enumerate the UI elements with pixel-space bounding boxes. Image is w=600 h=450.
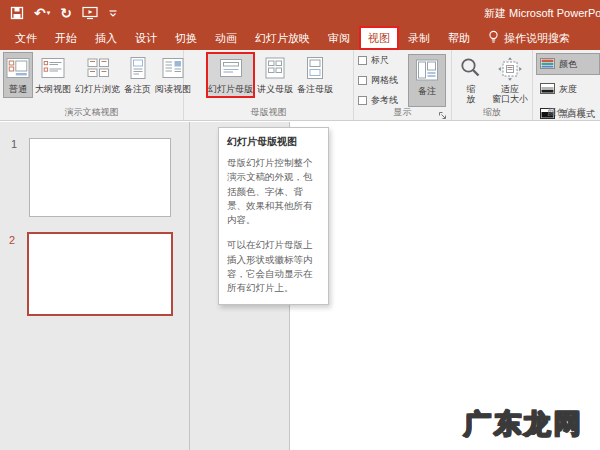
tab-view[interactable]: 视图 xyxy=(359,26,399,50)
slide-master-button[interactable]: 幻灯片母版 xyxy=(206,52,255,98)
tab-file[interactable]: 文件 xyxy=(6,26,46,50)
tab-home[interactable]: 开始 xyxy=(46,26,86,50)
button-label: 大纲视图 xyxy=(35,83,71,96)
customize-qat-icon[interactable] xyxy=(108,4,118,22)
grayscale-icon xyxy=(540,80,555,98)
group-zoom: 缩放 适应窗口大小 缩放 xyxy=(452,50,533,120)
slide-number: 2 xyxy=(9,234,15,246)
tooltip-paragraph: 母版幻灯片控制整个演示文稿的外观，包括颜色、字体、背景、效果和其他所有内容。 xyxy=(227,156,320,227)
tab-help[interactable]: 帮助 xyxy=(439,26,479,50)
group-show: 标尺 网格线 参考线 备注 显示 xyxy=(354,50,452,120)
group-label: 颜色/灰度 xyxy=(533,106,600,119)
outline-view-button[interactable]: 大纲视图 xyxy=(33,52,73,98)
notes-button[interactable]: 备注 xyxy=(408,54,446,107)
color-icon xyxy=(540,55,555,73)
group-label: 缩放 xyxy=(452,106,532,119)
save-icon[interactable] xyxy=(10,4,24,22)
reading-view-icon xyxy=(160,55,186,81)
watermark: 广东龙网 xyxy=(464,406,584,442)
slide-master-tooltip: 幻灯片母版视图 母版幻灯片控制整个演示文稿的外观，包括颜色、字体、背景、效果和其… xyxy=(218,127,329,305)
slide-thumbnail-1[interactable] xyxy=(29,138,171,217)
button-label: 备注母版 xyxy=(297,83,333,96)
button-label: 讲义母版 xyxy=(257,83,293,96)
slide-thumbnail-2[interactable] xyxy=(27,232,173,316)
tooltip-title: 幻灯片母版视图 xyxy=(227,135,320,149)
undo-icon[interactable]: ↶▾ xyxy=(34,4,50,22)
fit-to-window-icon xyxy=(497,56,523,82)
color-button[interactable]: 颜色 xyxy=(536,53,600,75)
lightbulb-icon xyxy=(488,30,499,46)
tab-transitions[interactable]: 切换 xyxy=(166,26,206,50)
handout-master-icon xyxy=(262,55,288,81)
fit-to-window-button[interactable]: 适应窗口大小 xyxy=(490,53,530,106)
notes-master-button[interactable]: 备注母版 xyxy=(295,52,335,98)
zoom-magnifier-icon xyxy=(458,56,484,82)
tooltip-paragraph: 可以在幻灯片母版上插入形状或徽标等内容，它会自动显示在所有幻灯片上。 xyxy=(227,238,320,295)
slide-thumbnail-panel: 1 2 xyxy=(0,122,190,450)
slide-editing-canvas[interactable] xyxy=(290,122,600,450)
slide-number: 1 xyxy=(11,138,17,150)
ribbon-tab-row: 文件 开始 插入 设计 切换 动画 幻灯片放映 审阅 视图 录制 帮助 操作说明… xyxy=(0,26,600,50)
button-label: 幻灯片浏览 xyxy=(75,83,120,96)
show-checkbox-column: 标尺 网格线 参考线 xyxy=(358,54,408,107)
button-label: 备注页 xyxy=(124,83,151,96)
notes-icon xyxy=(414,57,440,83)
start-slideshow-icon[interactable] xyxy=(82,4,98,22)
button-label: 缩放 xyxy=(467,84,476,104)
checkbox-icon xyxy=(358,76,367,85)
ruler-checkbox[interactable]: 标尺 xyxy=(358,54,408,67)
slide-master-icon xyxy=(218,55,244,81)
handout-master-button[interactable]: 讲义母版 xyxy=(255,52,295,98)
checkbox-icon xyxy=(358,96,367,105)
checkbox-icon xyxy=(358,56,367,65)
title-bar: ↶▾ ↻ 新建 Microsoft PowerPoint xyxy=(0,0,600,26)
tab-animations[interactable]: 动画 xyxy=(206,26,246,50)
group-label: 母版视图 xyxy=(184,106,353,119)
normal-view-button[interactable]: 普通 xyxy=(3,52,33,98)
tell-me-search[interactable]: 操作说明搜索 xyxy=(479,26,579,50)
slide-sorter-icon xyxy=(85,55,111,81)
zoom-button[interactable]: 缩放 xyxy=(456,53,486,106)
outline-view-icon xyxy=(40,55,66,81)
notes-master-icon xyxy=(302,55,328,81)
group-label: 显示 xyxy=(354,106,451,119)
gridlines-checkbox[interactable]: 网格线 xyxy=(358,74,408,87)
window-title: 新建 Microsoft PowerPoint xyxy=(484,6,600,21)
grayscale-button[interactable]: 灰度 xyxy=(536,78,600,100)
tab-record[interactable]: 录制 xyxy=(399,26,439,50)
ribbon-view-tab-content: 普通 大纲视图 幻灯片浏览 备注页 xyxy=(0,50,600,121)
tab-slideshow[interactable]: 幻灯片放映 xyxy=(246,26,319,50)
undo-dropdown-caret[interactable]: ▾ xyxy=(47,9,51,17)
group-master-views: 幻灯片母版 讲义母版 备注母版 母版视图 xyxy=(184,50,354,120)
normal-view-icon xyxy=(5,55,31,81)
group-presentation-views: 普通 大纲视图 幻灯片浏览 备注页 xyxy=(0,50,184,120)
show-dialog-launcher-icon[interactable] xyxy=(438,107,448,117)
notes-page-icon xyxy=(125,55,151,81)
tab-design[interactable]: 设计 xyxy=(126,26,166,50)
notes-page-button[interactable]: 备注页 xyxy=(122,52,153,98)
button-label: 普通 xyxy=(9,83,27,96)
tab-insert[interactable]: 插入 xyxy=(86,26,126,50)
quick-access-toolbar: ↶▾ ↻ xyxy=(0,4,118,22)
button-label: 适应窗口大小 xyxy=(492,84,528,104)
group-color-grayscale: 颜色 灰度 黑白模式 颜色/灰度 xyxy=(533,50,600,120)
tab-review[interactable]: 审阅 xyxy=(319,26,359,50)
redo-icon[interactable]: ↻ xyxy=(60,4,72,22)
slide-sorter-button[interactable]: 幻灯片浏览 xyxy=(73,52,122,98)
button-label: 备注 xyxy=(418,85,436,98)
group-label: 演示文稿视图 xyxy=(0,106,183,119)
button-label: 幻灯片母版 xyxy=(208,83,253,96)
